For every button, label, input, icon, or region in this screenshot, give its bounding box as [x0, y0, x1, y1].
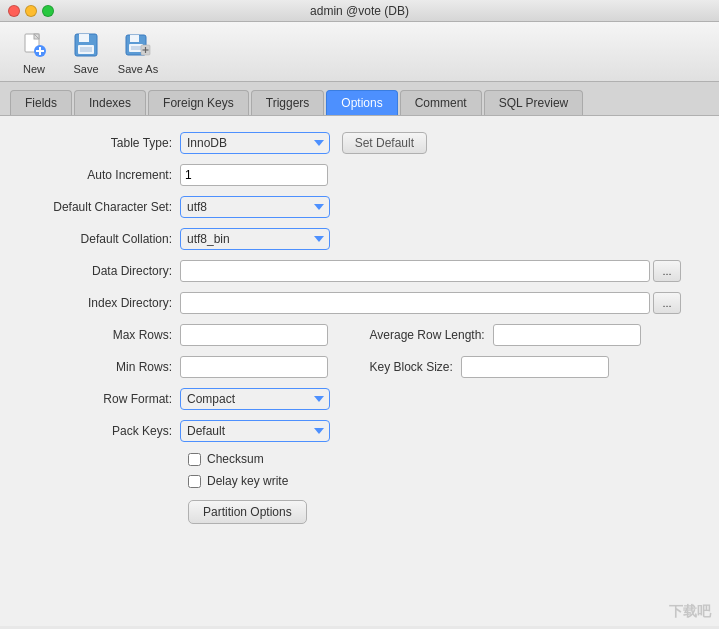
avg-row-length-col: Average Row Length:	[370, 324, 700, 346]
table-type-control: InnoDB MyISAM MEMORY CSV ARCHIVE Set Def…	[180, 132, 427, 154]
row-format-label: Row Format:	[20, 392, 180, 406]
auto-increment-input[interactable]	[180, 164, 328, 186]
key-block-size-col: Key Block Size:	[370, 356, 700, 378]
key-block-size-label: Key Block Size:	[370, 360, 461, 374]
svg-rect-11	[130, 35, 139, 42]
data-directory-browse-button[interactable]: ...	[653, 260, 681, 282]
tab-foreign-keys[interactable]: Foreign Keys	[148, 90, 249, 115]
tab-triggers[interactable]: Triggers	[251, 90, 325, 115]
save-as-label: Save As	[118, 63, 158, 75]
svg-rect-7	[79, 34, 89, 42]
key-block-size-input[interactable]	[461, 356, 609, 378]
pack-keys-label: Pack Keys:	[20, 424, 180, 438]
max-rows-col: Max Rows:	[20, 324, 350, 346]
index-browse-ellipsis: ...	[662, 297, 671, 309]
tab-sql-preview[interactable]: SQL Preview	[484, 90, 584, 115]
set-default-button[interactable]: Set Default	[342, 132, 427, 154]
checksum-row: Checksum	[188, 452, 699, 466]
charset-row: Default Character Set: utf8 latin1 utf8m…	[20, 196, 699, 218]
pack-keys-select[interactable]: Default 0 1	[180, 420, 330, 442]
collation-label: Default Collation:	[20, 232, 180, 246]
index-directory-input[interactable]	[180, 292, 650, 314]
svg-rect-9	[80, 47, 92, 52]
toolbar: New Save Save As	[0, 22, 719, 82]
min-rows-label: Min Rows:	[20, 360, 180, 374]
min-rows-input[interactable]	[180, 356, 328, 378]
index-directory-row: Index Directory: ...	[20, 292, 699, 314]
auto-increment-label: Auto Increment:	[20, 168, 180, 182]
traffic-lights	[8, 5, 54, 17]
data-directory-row: Data Directory: ...	[20, 260, 699, 282]
index-directory-browse-button[interactable]: ...	[653, 292, 681, 314]
delay-key-write-label: Delay key write	[207, 474, 288, 488]
maximize-button[interactable]	[42, 5, 54, 17]
partition-options-button[interactable]: Partition Options	[188, 500, 307, 524]
pack-keys-control: Default 0 1	[180, 420, 330, 442]
min-rows-col: Min Rows:	[20, 356, 350, 378]
save-icon	[70, 29, 102, 61]
index-directory-label: Index Directory:	[20, 296, 180, 310]
new-button[interactable]: New	[12, 29, 56, 75]
row-format-control: Compact Dynamic Fixed Compressed Redunda…	[180, 388, 330, 410]
table-type-label: Table Type:	[20, 136, 180, 150]
avg-row-length-label: Average Row Length:	[370, 328, 493, 342]
auto-increment-row: Auto Increment:	[20, 164, 699, 186]
max-avg-row: Max Rows: Average Row Length:	[20, 324, 699, 346]
checksum-checkbox[interactable]	[188, 453, 201, 466]
save-as-icon	[122, 29, 154, 61]
minimize-button[interactable]	[25, 5, 37, 17]
charset-control: utf8 latin1 utf8mb4 ascii	[180, 196, 330, 218]
svg-rect-13	[131, 46, 141, 50]
table-type-select[interactable]: InnoDB MyISAM MEMORY CSV ARCHIVE	[180, 132, 330, 154]
tab-options[interactable]: Options	[326, 90, 397, 115]
collation-select[interactable]: utf8_bin utf8_general_ci utf8_unicode_ci	[180, 228, 330, 250]
collation-row: Default Collation: utf8_bin utf8_general…	[20, 228, 699, 250]
watermark: 下载吧	[669, 603, 711, 621]
pack-keys-row: Pack Keys: Default 0 1	[20, 420, 699, 442]
row-format-select[interactable]: Compact Dynamic Fixed Compressed Redunda…	[180, 388, 330, 410]
row-format-row: Row Format: Compact Dynamic Fixed Compre…	[20, 388, 699, 410]
window-title: admin @vote (DB)	[310, 4, 409, 18]
partition-options-container: Partition Options	[20, 496, 699, 524]
new-label: New	[23, 63, 45, 75]
browse-ellipsis: ...	[662, 265, 671, 277]
save-as-button[interactable]: Save As	[116, 29, 160, 75]
charset-label: Default Character Set:	[20, 200, 180, 214]
new-icon	[18, 29, 50, 61]
options-content: Table Type: InnoDB MyISAM MEMORY CSV ARC…	[0, 116, 719, 626]
data-directory-label: Data Directory:	[20, 264, 180, 278]
delay-key-write-checkbox[interactable]	[188, 475, 201, 488]
avg-row-length-input[interactable]	[493, 324, 641, 346]
delay-key-write-row: Delay key write	[188, 474, 699, 488]
collation-control: utf8_bin utf8_general_ci utf8_unicode_ci	[180, 228, 330, 250]
titlebar: admin @vote (DB)	[0, 0, 719, 22]
close-button[interactable]	[8, 5, 20, 17]
tab-indexes[interactable]: Indexes	[74, 90, 146, 115]
tab-fields[interactable]: Fields	[10, 90, 72, 115]
save-button[interactable]: Save	[64, 29, 108, 75]
checksum-label: Checksum	[207, 452, 264, 466]
tabbar: Fields Indexes Foreign Keys Triggers Opt…	[0, 82, 719, 116]
min-keyblock-row: Min Rows: Key Block Size:	[20, 356, 699, 378]
charset-select[interactable]: utf8 latin1 utf8mb4 ascii	[180, 196, 330, 218]
auto-increment-control	[180, 164, 328, 186]
tab-comment[interactable]: Comment	[400, 90, 482, 115]
max-rows-label: Max Rows:	[20, 328, 180, 342]
table-type-row: Table Type: InnoDB MyISAM MEMORY CSV ARC…	[20, 132, 699, 154]
data-directory-input[interactable]	[180, 260, 650, 282]
save-label: Save	[73, 63, 98, 75]
max-rows-input[interactable]	[180, 324, 328, 346]
